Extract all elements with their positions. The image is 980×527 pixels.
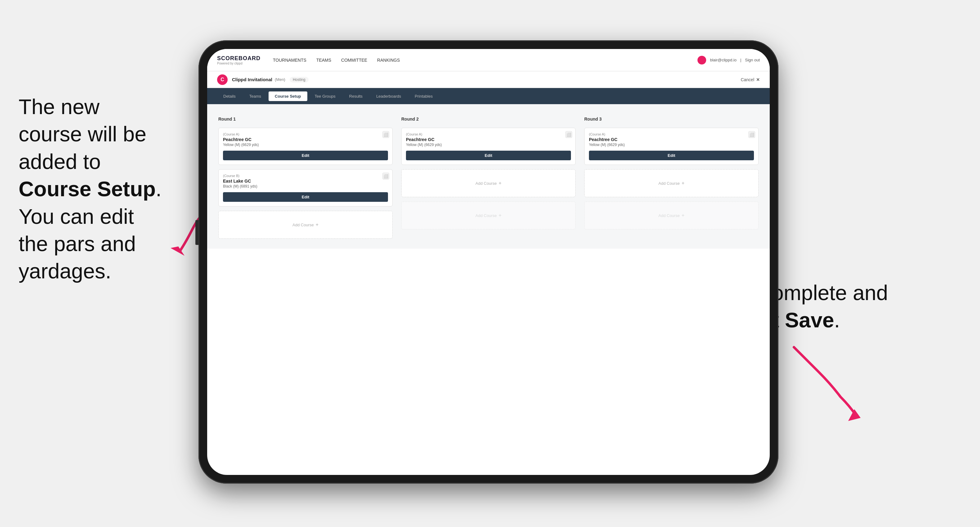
round1-course-a-edit-button[interactable]: Edit <box>223 151 388 160</box>
tournament-logo-icon: C <box>217 75 228 85</box>
annotation-right: Complete and hit Save. <box>757 279 931 334</box>
course-setup-content: Round 1 ⬜ (Course A) Peachtree GC Yellow… <box>207 104 770 249</box>
round1-add-course-button[interactable]: Add Course+ <box>218 211 393 239</box>
tabs-bar: Details Teams Course Setup Tee Groups Re… <box>207 88 770 104</box>
round2-course-a-delete-button[interactable]: ⬜ <box>565 131 572 138</box>
round-3-title: Round 3 <box>584 117 759 122</box>
tab-course-setup[interactable]: Course Setup <box>269 92 307 101</box>
tab-details[interactable]: Details <box>217 92 242 101</box>
tournament-hosting-badge: Hosting <box>290 77 309 83</box>
round-2-title: Round 2 <box>401 117 576 122</box>
tab-tee-groups[interactable]: Tee Groups <box>309 92 342 101</box>
tab-leaderboards[interactable]: Leaderboards <box>370 92 407 101</box>
scoreboard-logo: SCOREBOARD Powered by clippd <box>217 55 261 65</box>
tournament-name: Clippd Invitational <box>232 77 272 82</box>
round2-course-a-label: (Course A) <box>406 132 571 136</box>
tablet-screen: SCOREBOARD Powered by clippd TOURNAMENTS… <box>207 49 770 475</box>
round-1-column: Round 1 ⬜ (Course A) Peachtree GC Yellow… <box>218 117 393 239</box>
round2-add-course-button[interactable]: Add Course+ <box>401 169 576 197</box>
arrow-right-icon <box>788 341 875 422</box>
round2-add-course-button-2: Add Course+ <box>401 202 576 229</box>
round3-course-a-details: Yellow (M) (6629 yds) <box>589 143 754 147</box>
round1-course-b-card: ⬜ (Course B) East Lake GC Black (M) (689… <box>218 169 393 206</box>
round3-add-course-button[interactable]: Add Course+ <box>584 169 759 197</box>
nav-separator: | <box>740 58 741 62</box>
round1-course-b-name: East Lake GC <box>223 179 388 184</box>
round3-course-a-label: (Course A) <box>589 132 754 136</box>
nav-committee[interactable]: COMMITTEE <box>341 58 367 63</box>
round-2-column: Round 2 ⬜ (Course A) Peachtree GC Yellow… <box>401 117 576 239</box>
round3-course-a-name: Peachtree GC <box>589 137 754 142</box>
tournament-division: (Men) <box>275 77 285 82</box>
round1-course-a-label: (Course A) <box>223 132 388 136</box>
round3-course-a-delete-button[interactable]: ⬜ <box>748 131 755 138</box>
sign-out-link[interactable]: Sign out <box>745 58 760 62</box>
nav-rankings[interactable]: RANKINGS <box>377 58 400 63</box>
top-nav: SCOREBOARD Powered by clippd TOURNAMENTS… <box>207 49 770 71</box>
round2-course-a-card: ⬜ (Course A) Peachtree GC Yellow (M) (66… <box>401 128 576 165</box>
nav-teams[interactable]: TEAMS <box>316 58 331 63</box>
tablet-side-button <box>196 220 199 245</box>
nav-links: TOURNAMENTS TEAMS COMMITTEE RANKINGS <box>273 58 697 63</box>
nav-tournaments[interactable]: TOURNAMENTS <box>273 58 306 63</box>
round3-course-a-edit-button[interactable]: Edit <box>589 151 754 160</box>
round2-course-a-details: Yellow (M) (6629 yds) <box>406 143 571 147</box>
round-3-column: Round 3 ⬜ (Course A) Peachtree GC Yellow… <box>584 117 759 239</box>
logo-sub: Powered by clippd <box>217 62 261 65</box>
round1-course-b-details: Black (M) (6891 yds) <box>223 184 388 189</box>
cancel-button[interactable]: Cancel✕ <box>741 77 760 82</box>
tablet-device: SCOREBOARD Powered by clippd TOURNAMENTS… <box>199 40 778 484</box>
logo-title: SCOREBOARD <box>217 55 261 62</box>
round1-course-a-card: ⬜ (Course A) Peachtree GC Yellow (M) (66… <box>218 128 393 165</box>
round3-course-a-card: ⬜ (Course A) Peachtree GC Yellow (M) (66… <box>584 128 759 165</box>
round1-course-a-details: Yellow (M) (6629 yds) <box>223 143 388 147</box>
rounds-grid: Round 1 ⬜ (Course A) Peachtree GC Yellow… <box>218 117 759 239</box>
round1-course-b-label: (Course B) <box>223 174 388 178</box>
tournament-bar: C Clippd Invitational (Men) Hosting Canc… <box>207 71 770 88</box>
round1-course-a-delete-button[interactable]: ⬜ <box>382 131 389 138</box>
round3-add-course-button-2: Add Course+ <box>584 202 759 229</box>
tab-results[interactable]: Results <box>343 92 369 101</box>
nav-right: blair@clippd.io | Sign out <box>697 56 760 65</box>
round1-course-b-delete-button[interactable]: ⬜ <box>382 173 389 179</box>
round2-course-a-edit-button[interactable]: Edit <box>406 151 571 160</box>
svg-marker-1 <box>848 409 861 421</box>
round1-course-b-edit-button[interactable]: Edit <box>223 192 388 202</box>
user-avatar <box>697 56 706 65</box>
round1-course-a-name: Peachtree GC <box>223 137 388 142</box>
tab-teams[interactable]: Teams <box>243 92 267 101</box>
round-1-title: Round 1 <box>218 117 393 122</box>
round2-course-a-name: Peachtree GC <box>406 137 571 142</box>
user-email: blair@clippd.io <box>710 58 736 62</box>
tab-printables[interactable]: Printables <box>409 92 439 101</box>
